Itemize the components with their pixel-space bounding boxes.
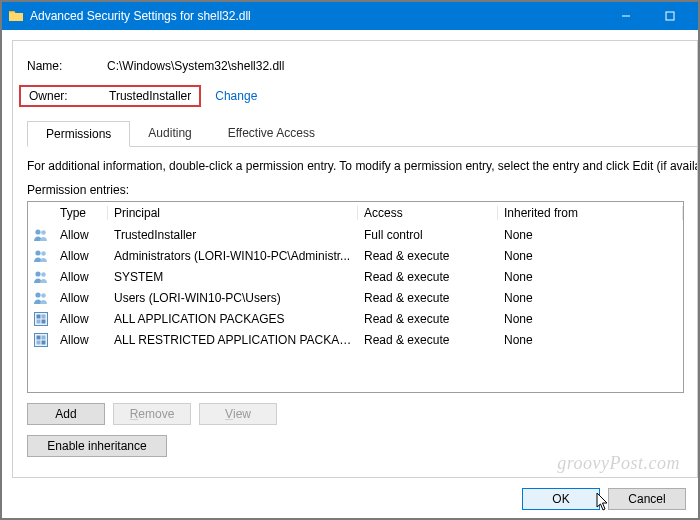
remove-button: Remove: [113, 403, 191, 425]
cell-principal: ALL APPLICATION PACKAGES: [108, 312, 358, 326]
name-value: C:\Windows\System32\shell32.dll: [107, 59, 284, 73]
cell-inherited: None: [498, 312, 683, 326]
svg-rect-12: [42, 314, 46, 318]
table-row[interactable]: AllowALL RESTRICTED APPLICATION PACKAGES…: [28, 329, 683, 350]
svg-rect-11: [37, 314, 41, 318]
svg-rect-0: [622, 16, 630, 17]
tab-auditing[interactable]: Auditing: [130, 121, 209, 147]
name-label: Name:: [27, 59, 107, 73]
table-row[interactable]: AllowTrustedInstallerFull controlNone: [28, 224, 683, 245]
tab-effective-access[interactable]: Effective Access: [210, 121, 333, 147]
enable-inheritance-button[interactable]: Enable inheritance: [27, 435, 167, 457]
svg-rect-14: [42, 319, 46, 323]
cell-inherited: None: [498, 228, 683, 242]
cell-principal: TrustedInstaller: [108, 228, 358, 242]
svg-rect-1: [666, 12, 674, 20]
cell-type: Allow: [54, 228, 108, 242]
cell-inherited: None: [498, 291, 683, 305]
cell-access: Read & execute: [358, 291, 498, 305]
svg-rect-17: [42, 335, 46, 339]
cell-principal: Administrators (LORI-WIN10-PC\Administr.…: [108, 249, 358, 263]
owner-label: Owner:: [29, 89, 109, 103]
col-inherited[interactable]: Inherited from: [498, 206, 683, 220]
svg-point-4: [35, 250, 40, 255]
ok-button[interactable]: OK: [522, 488, 600, 510]
svg-rect-19: [42, 340, 46, 344]
cell-type: Allow: [54, 249, 108, 263]
cell-access: Full control: [358, 228, 498, 242]
svg-point-5: [41, 251, 46, 256]
svg-point-8: [35, 292, 40, 297]
cell-inherited: None: [498, 333, 683, 347]
cell-principal: ALL RESTRICTED APPLICATION PACKAGES: [108, 333, 358, 347]
window-title: Advanced Security Settings for shell32.d…: [30, 9, 604, 23]
svg-rect-16: [37, 335, 41, 339]
group-icon: [28, 269, 54, 285]
maximize-button[interactable]: [648, 2, 692, 30]
group-icon: [28, 248, 54, 264]
svg-point-2: [35, 229, 40, 234]
group-icon: [28, 290, 54, 306]
cell-principal: Users (LORI-WIN10-PC\Users): [108, 291, 358, 305]
tab-strip: Permissions Auditing Effective Access: [27, 121, 697, 147]
cell-access: Read & execute: [358, 249, 498, 263]
group-icon: [28, 227, 54, 243]
package-icon: [28, 332, 54, 348]
view-button: View: [199, 403, 277, 425]
content-panel: Name: C:\Windows\System32\shell32.dll Ow…: [12, 40, 698, 478]
table-header: Type Principal Access Inherited from: [28, 202, 683, 224]
owner-value: TrustedInstaller: [109, 89, 191, 103]
table-row[interactable]: AllowSYSTEMRead & executeNone: [28, 266, 683, 287]
svg-point-6: [35, 271, 40, 276]
table-row[interactable]: AllowALL APPLICATION PACKAGESRead & exec…: [28, 308, 683, 329]
table-row[interactable]: AllowUsers (LORI-WIN10-PC\Users)Read & e…: [28, 287, 683, 308]
folder-icon: [8, 8, 24, 24]
cell-access: Read & execute: [358, 312, 498, 326]
svg-point-7: [41, 272, 46, 277]
titlebar: Advanced Security Settings for shell32.d…: [2, 2, 698, 30]
svg-rect-15: [35, 333, 48, 346]
cell-principal: SYSTEM: [108, 270, 358, 284]
table-row[interactable]: AllowAdministrators (LORI-WIN10-PC\Admin…: [28, 245, 683, 266]
cell-type: Allow: [54, 291, 108, 305]
cell-inherited: None: [498, 249, 683, 263]
cell-inherited: None: [498, 270, 683, 284]
dialog-footer: OK Cancel: [2, 480, 698, 518]
svg-rect-18: [37, 340, 41, 344]
col-access[interactable]: Access: [358, 206, 498, 220]
add-button[interactable]: Add: [27, 403, 105, 425]
cell-access: Read & execute: [358, 270, 498, 284]
tab-permissions[interactable]: Permissions: [27, 121, 130, 147]
svg-point-9: [41, 293, 46, 298]
permission-table: Type Principal Access Inherited from All…: [27, 201, 684, 393]
name-row: Name: C:\Windows\System32\shell32.dll: [27, 55, 697, 77]
cell-type: Allow: [54, 312, 108, 326]
svg-rect-13: [37, 319, 41, 323]
entries-label: Permission entries:: [27, 183, 697, 197]
col-principal[interactable]: Principal: [108, 206, 358, 220]
owner-highlight: Owner: TrustedInstaller: [19, 85, 201, 107]
change-owner-link[interactable]: Change: [215, 89, 257, 103]
cell-type: Allow: [54, 270, 108, 284]
package-icon: [28, 311, 54, 327]
minimize-button[interactable]: [604, 2, 648, 30]
col-type[interactable]: Type: [54, 206, 108, 220]
info-text: For additional information, double-click…: [27, 159, 697, 173]
cancel-button[interactable]: Cancel: [608, 488, 686, 510]
svg-rect-10: [35, 312, 48, 325]
svg-point-3: [41, 230, 46, 235]
cell-type: Allow: [54, 333, 108, 347]
cell-access: Read & execute: [358, 333, 498, 347]
